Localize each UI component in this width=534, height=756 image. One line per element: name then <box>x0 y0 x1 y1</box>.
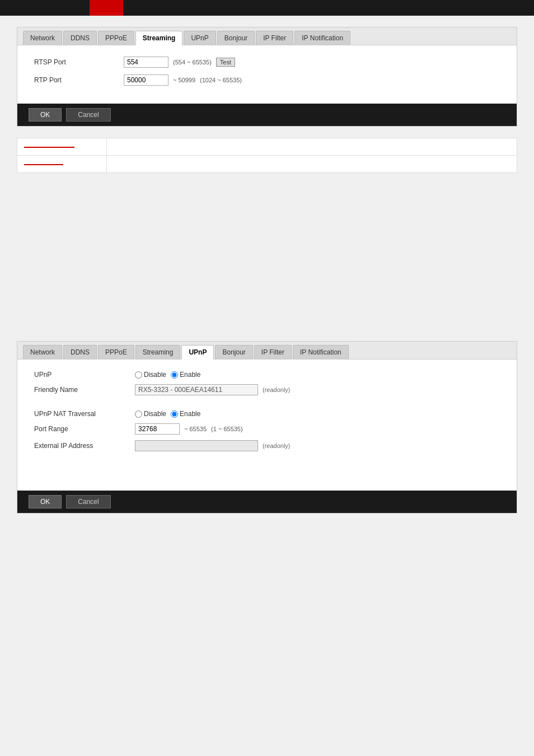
upnp-tab-bonjour[interactable]: Bonjour <box>215 345 252 359</box>
upnp-tab-pppoe[interactable]: PPPoE <box>98 345 134 359</box>
streaming-panel: Network DDNS PPPoE Streaming UPnP Bonjou… <box>17 27 517 127</box>
tab-pppoe[interactable]: PPPoE <box>98 31 134 45</box>
rtsp-port-label: RTSP Port <box>34 58 124 66</box>
upnp-tab-ddns[interactable]: DDNS <box>63 345 97 359</box>
nat-disable-option[interactable]: Disable <box>135 410 166 418</box>
external-ip-label: External IP Address <box>34 442 135 450</box>
port-range-row: Port Range ~ 65535 (1 ~ 65535) <box>34 423 500 435</box>
nat-enable-label: Enable <box>180 410 200 418</box>
desc-label-2 <box>17 156 107 173</box>
rtsp-test-button[interactable]: Test <box>216 58 235 67</box>
streaming-panel-footer: OK Cancel <box>17 104 517 126</box>
top-bar-accent <box>90 0 123 16</box>
upnp-tab-network[interactable]: Network <box>23 345 62 359</box>
tab-ipfilter[interactable]: IP Filter <box>256 31 293 45</box>
port-range-value: ~ 65535 (1 ~ 65535) <box>135 423 243 435</box>
top-bar <box>0 0 534 16</box>
desc-row-2 <box>17 156 517 173</box>
upnp-tab-ipnotification[interactable]: IP Notification <box>293 345 349 359</box>
spacer <box>17 184 517 341</box>
external-ip-value: (readonly) <box>135 440 291 451</box>
section-gap-1 <box>34 401 500 410</box>
rtp-port-hint3: (1024 ~ 65535) <box>200 77 242 83</box>
streaming-tab-bar: Network DDNS PPPoE Streaming UPnP Bonjou… <box>17 27 517 45</box>
upnp-disable-label: Disable <box>144 371 166 379</box>
upnp-nat-radio-group: Disable Enable <box>135 410 200 418</box>
friendly-name-row: Friendly Name (readonly) <box>34 384 500 395</box>
upnp-enable-label: Enable <box>180 371 200 379</box>
upnp-nat-label: UPnP NAT Traversal <box>34 410 135 418</box>
nat-enable-option[interactable]: Enable <box>171 410 200 418</box>
tab-streaming[interactable]: Streaming <box>135 31 183 45</box>
upnp-disable-radio[interactable] <box>135 371 142 379</box>
upnp-tab-streaming[interactable]: Streaming <box>135 345 181 359</box>
friendly-name-value: (readonly) <box>135 384 291 395</box>
upnp-tab-upnp[interactable]: UPnP <box>181 345 214 360</box>
bottom-spacer <box>34 457 500 479</box>
port-range-label: Port Range <box>34 425 135 433</box>
rtsp-port-input[interactable] <box>124 57 168 68</box>
rtp-port-value: ~ 50999 (1024 ~ 65535) <box>124 74 242 86</box>
rtp-port-label: RTP Port <box>34 76 124 84</box>
desc-row-1 <box>17 138 517 156</box>
upnp-disable-option[interactable]: Disable <box>135 371 166 379</box>
upnp-tab-bar: Network DDNS PPPoE Streaming UPnP Bonjou… <box>17 342 517 360</box>
friendly-name-label: Friendly Name <box>34 386 135 394</box>
upnp-enable-option[interactable]: Enable <box>171 371 200 379</box>
rtsp-port-row: RTSP Port (554 ~ 65535) Test <box>34 57 500 68</box>
upnp-panel-content: UPnP Disable Enable Friendly Name <box>17 360 517 491</box>
upnp-field-label: UPnP <box>34 371 135 379</box>
description-table <box>17 138 517 173</box>
rtp-port-row: RTP Port ~ 50999 (1024 ~ 65535) <box>34 74 500 86</box>
nat-enable-radio[interactable] <box>171 410 178 418</box>
upnp-radio-group: Disable Enable <box>135 371 200 379</box>
tab-upnp[interactable]: UPnP <box>184 31 216 45</box>
external-ip-hint: (readonly) <box>263 442 291 449</box>
rtsp-port-hint: (554 ~ 65535) <box>173 59 212 66</box>
upnp-enable-radio[interactable] <box>171 371 178 379</box>
streaming-ok-button[interactable]: OK <box>29 108 62 122</box>
rtsp-port-value: (554 ~ 65535) Test <box>124 57 235 68</box>
tab-network[interactable]: Network <box>23 31 62 45</box>
port-range-hint: ~ 65535 <box>184 426 207 432</box>
nat-disable-radio[interactable] <box>135 410 142 418</box>
page-container: Network DDNS PPPoE Streaming UPnP Bonjou… <box>0 16 534 536</box>
upnp-enable-row: UPnP Disable Enable <box>34 371 500 379</box>
desc-label-1 <box>17 138 107 156</box>
upnp-cancel-button[interactable]: Cancel <box>66 495 110 508</box>
rtp-port-hint2: ~ 50999 <box>173 77 195 83</box>
tab-bonjour[interactable]: Bonjour <box>217 31 255 45</box>
upnp-panel-footer: OK Cancel <box>17 491 517 513</box>
desc-content-2 <box>107 156 517 173</box>
nat-disable-label: Disable <box>144 410 166 418</box>
upnp-nat-row: UPnP NAT Traversal Disable Enable <box>34 410 500 418</box>
port-range-input[interactable] <box>135 423 180 435</box>
friendly-name-input <box>135 384 258 395</box>
friendly-name-hint: (readonly) <box>263 386 291 393</box>
streaming-panel-content: RTSP Port (554 ~ 65535) Test RTP Port ~ … <box>17 45 517 104</box>
port-range-range: (1 ~ 65535) <box>211 426 243 432</box>
external-ip-input <box>135 440 258 451</box>
rtp-port-input[interactable] <box>124 74 168 86</box>
upnp-tab-ipfilter[interactable]: IP Filter <box>254 345 292 359</box>
streaming-cancel-button[interactable]: Cancel <box>66 108 110 122</box>
desc-content-1 <box>107 138 517 156</box>
tab-ipnotification[interactable]: IP Notification <box>294 31 350 45</box>
upnp-ok-button[interactable]: OK <box>29 495 62 508</box>
tab-ddns[interactable]: DDNS <box>63 31 97 45</box>
upnp-panel: Network DDNS PPPoE Streaming UPnP Bonjou… <box>17 341 517 514</box>
external-ip-row: External IP Address (readonly) <box>34 440 500 451</box>
